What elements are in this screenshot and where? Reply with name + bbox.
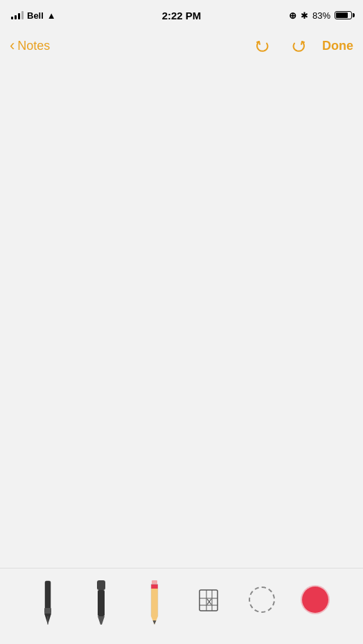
- svg-rect-7: [152, 580, 157, 584]
- svg-rect-4: [97, 580, 105, 590]
- eraser-tool[interactable]: [191, 572, 226, 627]
- carrier-label: Bell: [27, 10, 44, 21]
- lasso-icon: [249, 587, 275, 613]
- svg-rect-0: [45, 581, 51, 610]
- svg-rect-1: [44, 608, 51, 614]
- svg-marker-11: [153, 620, 157, 625]
- bluetooth-icon: ✱: [301, 10, 308, 21]
- svg-rect-12: [151, 584, 158, 589]
- record-icon: [302, 587, 328, 613]
- drawing-canvas[interactable]: [0, 61, 363, 568]
- redo-icon: [290, 37, 308, 55]
- back-button[interactable]: ‹ Notes: [10, 38, 50, 53]
- marker-icon: [90, 578, 112, 627]
- svg-marker-6: [98, 616, 105, 625]
- fountain-pen-icon: [37, 578, 59, 627]
- undo-button[interactable]: [250, 33, 275, 58]
- location-icon: ⊕: [289, 10, 296, 21]
- wifi-icon: ▲: [47, 10, 56, 21]
- undo-icon: [254, 37, 272, 55]
- redo-button[interactable]: [286, 33, 311, 58]
- pencil-tool[interactable]: [137, 572, 172, 627]
- battery-percent-label: 83%: [312, 10, 330, 21]
- status-time: 2:22 PM: [162, 10, 202, 21]
- marker-tool[interactable]: [84, 572, 118, 627]
- svg-rect-9: [151, 584, 158, 616]
- svg-rect-5: [98, 590, 105, 616]
- drawing-toolbar: [0, 568, 363, 644]
- back-chevron-icon: ‹: [10, 38, 15, 53]
- back-label: Notes: [17, 39, 50, 53]
- status-bar: Bell ▲ 2:22 PM ⊕ ✱ 83%: [0, 0, 363, 30]
- eraser-icon: [195, 578, 222, 627]
- pencil-icon: [143, 578, 166, 627]
- status-left: Bell ▲: [11, 10, 56, 21]
- battery-icon: [335, 11, 352, 19]
- fountain-pen-tool[interactable]: [30, 572, 65, 627]
- status-right: ⊕ ✱ 83%: [289, 10, 352, 21]
- navigation-bar: ‹ Notes Done: [0, 30, 363, 61]
- lasso-select-tool[interactable]: [245, 572, 279, 627]
- signal-bars-icon: [11, 11, 24, 19]
- done-button[interactable]: Done: [322, 39, 353, 53]
- record-button[interactable]: [298, 572, 333, 627]
- nav-actions: Done: [250, 33, 353, 58]
